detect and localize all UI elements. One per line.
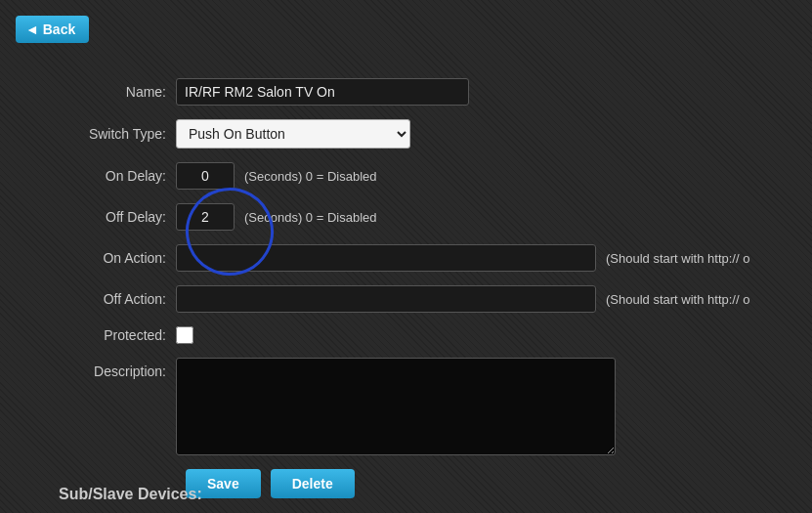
- off-delay-row: Off Delay: (Seconds) 0 = Disabled: [59, 203, 791, 231]
- on-action-hint: (Should start with http:// o: [606, 251, 749, 266]
- description-textarea[interactable]: [176, 358, 616, 455]
- off-action-row: Off Action: (Should start with http:// o: [59, 285, 791, 313]
- protected-checkbox[interactable]: [176, 326, 193, 344]
- description-row: Description:: [59, 358, 791, 455]
- off-delay-label: Off Delay:: [59, 209, 176, 225]
- on-delay-row: On Delay: (Seconds) 0 = Disabled: [59, 162, 791, 190]
- protected-label: Protected:: [59, 327, 176, 343]
- on-delay-label: On Delay:: [59, 168, 176, 184]
- on-action-label: On Action:: [59, 250, 176, 266]
- switch-type-select[interactable]: Push On Button Toggle Push Off Button Di…: [176, 119, 410, 149]
- form-container: Name: Switch Type: Push On Button Toggle…: [59, 78, 791, 498]
- off-action-input[interactable]: [176, 285, 596, 313]
- on-action-input[interactable]: [176, 244, 596, 272]
- switch-type-row: Switch Type: Push On Button Toggle Push …: [59, 119, 791, 149]
- protected-row: Protected:: [59, 326, 791, 344]
- off-delay-hint: (Seconds) 0 = Disabled: [244, 210, 377, 225]
- off-delay-input[interactable]: [176, 203, 235, 231]
- button-row: Save Delete: [186, 469, 791, 498]
- back-button[interactable]: ◄ Back: [16, 16, 89, 43]
- description-label: Description:: [59, 358, 176, 379]
- name-input[interactable]: [176, 78, 469, 106]
- on-delay-hint: (Seconds) 0 = Disabled: [244, 169, 377, 184]
- switch-type-label: Switch Type:: [59, 126, 176, 142]
- name-row: Name:: [59, 78, 791, 106]
- on-delay-input[interactable]: [176, 162, 235, 190]
- delete-button[interactable]: Delete: [271, 469, 355, 498]
- on-action-row: On Action: (Should start with http:// o: [59, 244, 791, 272]
- sub-slave-devices-title: Sub/Slave Devices:: [59, 486, 202, 503]
- name-label: Name:: [59, 84, 176, 100]
- off-action-hint: (Should start with http:// o: [606, 292, 749, 307]
- off-action-label: Off Action:: [59, 291, 176, 307]
